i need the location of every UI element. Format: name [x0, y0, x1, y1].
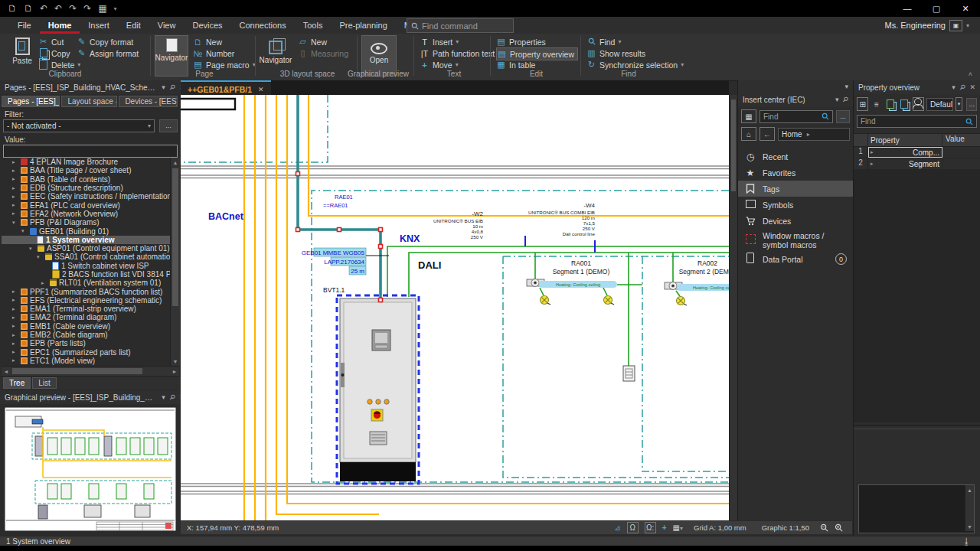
- 3d-new-button[interactable]: ▱New: [298, 36, 327, 47]
- tree-item[interactable]: BAA (Title page / cover sheet): [2, 166, 170, 174]
- insert-item-favorites[interactable]: ★ Favorites: [738, 165, 853, 181]
- dali-label[interactable]: DALI: [418, 259, 441, 271]
- copy-button[interactable]: Copy: [38, 47, 70, 59]
- tree-item[interactable]: SSA01 (Control cabinet automation): [2, 253, 170, 261]
- tree-item[interactable]: GEB01 (Building 01): [2, 227, 170, 235]
- tree-item[interactable]: EPC1 (Summarized parts list): [2, 348, 170, 357]
- redo-list-icon[interactable]: ↷: [83, 3, 91, 14]
- cut-button[interactable]: ✂Cut: [38, 36, 64, 47]
- ra002-label[interactable]: RA002 Segment 2 (DEMO): [679, 259, 729, 276]
- pin-icon[interactable]: ⚲: [168, 83, 177, 92]
- delete-button[interactable]: Delete▾: [38, 59, 80, 70]
- pin-icon[interactable]: ⚲: [841, 95, 851, 104]
- chevron-down-icon[interactable]: ▾: [956, 97, 962, 111]
- bacnet-label[interactable]: BACnet: [208, 211, 244, 222]
- cabinet-label[interactable]: BVT1.1: [323, 286, 345, 294]
- canvas-vertical-scrollbar[interactable]: [729, 95, 737, 520]
- tree-item[interactable]: EFA1 (PLC card overview): [2, 201, 170, 209]
- knx-label[interactable]: KNX: [400, 233, 420, 244]
- property-row[interactable]: 2 Segment: [854, 158, 980, 170]
- maximize-button[interactable]: ▢: [922, 0, 951, 17]
- tree-item[interactable]: EMA2 (Terminal diagram): [2, 313, 170, 321]
- menu-edit[interactable]: Edit: [118, 17, 149, 34]
- tree-item[interactable]: EDB (Structure description): [2, 184, 170, 192]
- scheme-more-button[interactable]: ...: [966, 98, 977, 111]
- menu-file[interactable]: File: [9, 17, 40, 34]
- property-cell[interactable]: Segment: [868, 158, 942, 169]
- scroll-left-icon[interactable]: ◄: [2, 367, 11, 376]
- tree-item[interactable]: EEC (Safety instructions / Implementatio…: [2, 192, 170, 201]
- tab-list[interactable]: List: [32, 377, 57, 389]
- tree-item[interactable]: BAB (Table of contents): [2, 175, 170, 184]
- cable-w2-label[interactable]: -W2 UNITRONIC® BUS EIB 10 m 4x0,8 250 V: [433, 210, 484, 240]
- tree-horizontal-scrollbar[interactable]: ◄ ►: [2, 366, 179, 376]
- menu-connections[interactable]: Connections: [231, 17, 295, 34]
- filter-dropdown[interactable]: - Not activated - ▾: [3, 119, 155, 132]
- in-table-button[interactable]: ▦In table: [496, 59, 535, 70]
- insert-item-devices[interactable]: Devices: [738, 213, 853, 229]
- property-row[interactable]: 1 Comp...: [854, 147, 980, 158]
- ra001-label[interactable]: RA001 Segment 1 (DEMO): [553, 259, 610, 276]
- user-menu[interactable]: Ms. Engineering ▣ ▾: [884, 18, 969, 32]
- scroll-down-icon[interactable]: ▼: [965, 522, 974, 531]
- insert-item-window-macros[interactable]: Window macros / symbol macros: [738, 229, 853, 251]
- grid-icon[interactable]: ▦▾: [673, 523, 683, 532]
- close-project-icon[interactable]: ▦: [98, 3, 106, 14]
- close-button[interactable]: ✕: [951, 0, 980, 17]
- page-macro-button[interactable]: ▤Page macro▾: [193, 59, 256, 70]
- chevron-down-icon[interactable]: ▾: [835, 96, 839, 103]
- breadcrumb[interactable]: Home ▸: [778, 128, 850, 141]
- rae01-label[interactable]: RAE01: [335, 194, 353, 201]
- new-page-button[interactable]: 🗋New: [193, 36, 222, 47]
- collapse-ribbon-icon[interactable]: ˄: [969, 70, 972, 78]
- insert-item-symbols[interactable]: Symbols: [738, 197, 853, 213]
- insert-center-search[interactable]: Find: [760, 110, 833, 123]
- chevron-down-icon[interactable]: ▾: [162, 393, 165, 401]
- tree-item[interactable]: 4 EPLAN Image Brochure: [2, 158, 170, 166]
- home-icon[interactable]: ⌂: [741, 127, 756, 141]
- tree-item[interactable]: EMA1 (Terminal-strip overview): [2, 305, 170, 313]
- paste-properties-icon[interactable]: [899, 97, 910, 111]
- scroll-down-icon[interactable]: ▼: [171, 357, 180, 366]
- properties-button[interactable]: ▤Properties: [496, 36, 546, 47]
- scroll-up-icon[interactable]: ▲: [965, 485, 974, 494]
- find-button[interactable]: Find▾: [586, 36, 621, 47]
- scroll-up-icon[interactable]: ▲: [171, 158, 180, 167]
- tree-item[interactable]: PPF1 (Summarized BACS function list): [2, 287, 170, 295]
- tree-item[interactable]: ASP01 (Control equipment plant 01): [2, 244, 170, 253]
- menu-view[interactable]: View: [149, 17, 185, 34]
- user-filter-icon[interactable]: [913, 97, 924, 111]
- document-tab[interactable]: ++GEB01&PFB/1 ✕: [181, 80, 271, 96]
- zoom-out-icon[interactable]: [820, 523, 828, 532]
- property-overview-header[interactable]: Property overview ▾ ⚲ ✕: [854, 80, 980, 94]
- list-view-icon[interactable]: ≡: [871, 97, 882, 111]
- menu-home[interactable]: Home: [40, 17, 80, 34]
- tree-item[interactable]: RLT01 (Ventilation system 01): [2, 279, 170, 287]
- open-page-icon[interactable]: 🗋: [24, 3, 33, 14]
- tree-item[interactable]: EMB1 (Cable overview): [2, 322, 170, 331]
- object-snap-icon[interactable]: Ω:: [645, 522, 656, 533]
- description-scrollbar[interactable]: ▲ ▼: [965, 485, 974, 531]
- heating-cooling-bar[interactable]: Heating- Cooling ceiling: [677, 284, 729, 291]
- tree-item[interactable]: EMB2 (Cable diagram): [2, 331, 170, 339]
- synchronize-selection-button[interactable]: ↻Synchronize selection▾: [586, 59, 684, 70]
- lamp-symbol[interactable]: [604, 296, 615, 305]
- menu-pre-planning[interactable]: Pre-planning: [331, 17, 395, 34]
- menu-tools[interactable]: Tools: [295, 17, 332, 34]
- graphic-scale[interactable]: Graphic 1:1,50: [762, 523, 809, 532]
- graphical-preview-header[interactable]: Graphical preview - [EES]_ISP_Building_H…: [0, 390, 190, 404]
- preview-thumbnail[interactable]: [5, 407, 176, 531]
- chevron-down-icon[interactable]: ▾: [844, 83, 848, 90]
- tree-item-selected[interactable]: 1 System overview: [2, 236, 170, 244]
- lamp-symbol[interactable]: [677, 297, 688, 306]
- zoom-in-icon[interactable]: [835, 523, 843, 532]
- chevron-down-icon[interactable]: ▾: [162, 83, 165, 91]
- minimize-button[interactable]: —: [893, 0, 922, 17]
- pin-icon[interactable]: ⚲: [958, 83, 967, 92]
- show-results-button[interactable]: ▥Show results: [586, 47, 645, 59]
- insert-center-view-icon[interactable]: ▦: [741, 109, 756, 123]
- tree-vertical-scrollbar[interactable]: ▲ ▼: [170, 158, 180, 366]
- lamp-symbol[interactable]: [541, 296, 551, 305]
- tab-layout-space[interactable]: Layout space - [EE...: [61, 96, 117, 107]
- heating-cooling-bar[interactable]: Heating- Cooling ceiling: [539, 281, 617, 288]
